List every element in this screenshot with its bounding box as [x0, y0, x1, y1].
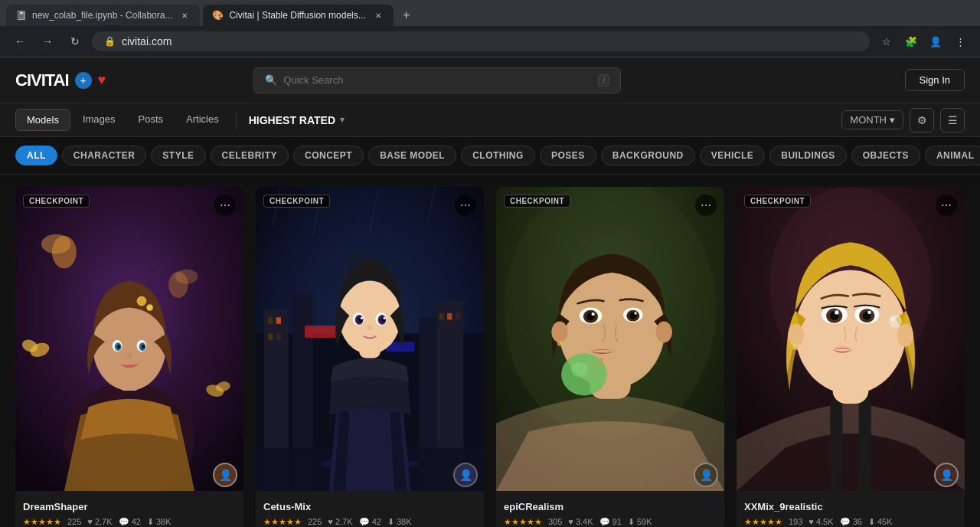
svg-rect-29 [268, 334, 273, 341]
filter-button[interactable]: ⚙ [910, 108, 934, 133]
card-cetus-mix[interactable]: CHECKPOINT ⋯ 👤 Cetus-Mix ★★★★★ 225 ♥ 2.7… [256, 187, 484, 527]
card-4-stats: ★★★★★ 193 ♥ 4.5K 💬 36 ⬇ 45K [744, 517, 957, 527]
search-bar[interactable]: 🔍 / [253, 67, 621, 93]
profile-button[interactable]: 👤 [925, 31, 946, 52]
card-2-rating-count: 225 [308, 517, 322, 526]
card-4-more[interactable]: ⋯ [936, 195, 957, 216]
header: CIVITAI + ♥ 🔍 / Sign In [0, 57, 980, 103]
nav-models[interactable]: Models [15, 109, 70, 131]
tab-bar: 📓 new_colab_file.ipynb - Collabora... ✕ … [0, 0, 980, 26]
filter-tag-objects[interactable]: OBJECTS [851, 146, 920, 165]
new-tab-button[interactable]: + [397, 5, 416, 25]
tab-1-close[interactable]: ✕ [178, 9, 191, 21]
svg-point-16 [127, 352, 132, 359]
filter-tag-character[interactable]: CHARACTER [62, 146, 147, 165]
svg-point-75 [795, 270, 906, 394]
filter-tag-style[interactable]: STYLE [151, 146, 205, 165]
card-1-more[interactable]: ⋯ [214, 195, 236, 216]
card-1-info: DreamShaper ★★★★★ 225 ♥ 2.7K 💬 42 ⬇ 38K [15, 493, 243, 527]
forward-button[interactable]: → [37, 31, 58, 52]
logo-area: CIVITAI + ♥ [15, 70, 106, 90]
nav-posts[interactable]: Posts [128, 109, 175, 131]
sort-chevron-icon: ▾ [340, 115, 345, 125]
card-3-info: epiCRealism ★★★★★ 305 ♥ 3.4K 💬 91 ⬇ 59K [496, 493, 724, 527]
filter-tag-animal[interactable]: ANIMAL [925, 146, 980, 165]
card-1-stars: ★★★★★ [23, 517, 61, 527]
logo-heart-icon[interactable]: ♥ [98, 72, 106, 88]
svg-rect-31 [439, 313, 443, 320]
svg-point-69 [571, 362, 587, 377]
browser-actions: ☆ 🧩 👤 ⋮ [876, 31, 971, 52]
card-4-rating-count: 193 [789, 517, 802, 526]
lock-icon: 🔒 [104, 36, 116, 47]
tab-1-title: new_colab_file.ipynb - Collabora... [32, 10, 172, 21]
address-bar[interactable]: 🔒 civitai.com [92, 31, 870, 51]
svg-rect-28 [276, 317, 281, 324]
sign-in-button[interactable]: Sign In [905, 69, 965, 91]
svg-point-58 [656, 322, 672, 343]
nav-images[interactable]: Images [72, 109, 126, 131]
period-button[interactable]: MONTH ▾ [841, 110, 903, 129]
svg-point-67 [634, 312, 636, 314]
filter-tag-clothing[interactable]: CLOTHING [461, 146, 535, 165]
card-1-rating-count: 225 [67, 517, 81, 526]
period-label: MONTH [850, 114, 887, 126]
filter-tag-celebrity[interactable]: CELEBRITY [211, 146, 289, 165]
filter-tag-buildings[interactable]: BUILDINGS [769, 146, 847, 165]
card-4-image [737, 187, 965, 491]
tab-2[interactable]: 🎨 Civitai | Stable Diffusion models... ✕ [203, 5, 393, 26]
view-button[interactable]: ☰ [940, 108, 965, 133]
filter-tag-all[interactable]: ALL [15, 146, 57, 165]
card-4-name: XXMix_9realistic [744, 501, 957, 512]
period-chevron-icon: ▾ [890, 114, 895, 126]
url-text: civitai.com [122, 35, 858, 47]
svg-point-47 [384, 317, 386, 319]
tab-2-favicon: 🎨 [212, 10, 223, 21]
tab-1[interactable]: 📓 new_colab_file.ipynb - Collabora... ✕ [6, 5, 200, 26]
filter-tag-vehicle[interactable]: VEHICLE [700, 146, 766, 165]
card-2-comments: 💬 42 [359, 517, 381, 527]
svg-point-86 [867, 311, 871, 314]
toolbar-divider [236, 111, 237, 129]
nav-articles[interactable]: Articles [175, 109, 230, 131]
svg-point-66 [592, 313, 595, 316]
card-dreamshaper[interactable]: CHECKPOINT ⋯ 👤 DreamShaper ★★★★★ 225 ♥ 2… [15, 187, 243, 527]
svg-point-15 [142, 345, 145, 349]
svg-point-4 [175, 269, 198, 283]
search-input[interactable] [283, 74, 592, 86]
filter-tag-concept[interactable]: CONCEPT [293, 146, 364, 165]
tab-2-close[interactable]: ✕ [372, 9, 384, 21]
card-2-likes: ♥ 2.7K [328, 517, 352, 526]
filter-tag-poses[interactable]: POSES [540, 146, 596, 165]
card-1-image [15, 187, 243, 491]
card-3-name: epiCRealism [504, 501, 717, 512]
svg-point-88 [890, 316, 895, 321]
card-2-more[interactable]: ⋯ [455, 195, 476, 216]
bookmark-button[interactable]: ☆ [876, 31, 897, 52]
card-1-badge: CHECKPOINT [23, 195, 90, 208]
svg-point-87 [889, 315, 902, 328]
card-2-stats: ★★★★★ 225 ♥ 2.7K 💬 42 ⬇ 38K [263, 517, 476, 527]
card-1-downloads: ⬇ 38K [147, 517, 172, 527]
filter-tag-background[interactable]: BACKGROUND [601, 146, 695, 165]
card-3-stars: ★★★★★ [504, 517, 542, 527]
card-4-likes: ♥ 4.5K [808, 517, 833, 526]
extensions-button[interactable]: 🧩 [900, 31, 922, 52]
search-kbd: / [598, 74, 609, 87]
card-3-comments: 💬 91 [599, 517, 622, 527]
back-button[interactable]: ← [9, 31, 31, 52]
filter-tag-base-model[interactable]: BASE MODEL [368, 146, 456, 165]
card-2-image [256, 187, 484, 491]
more-button[interactable]: ⋮ [949, 31, 971, 52]
card-3-more[interactable]: ⋯ [695, 195, 717, 216]
svg-point-85 [835, 310, 838, 314]
toolbar-right: MONTH ▾ ⚙ ☰ [841, 108, 965, 133]
sort-button[interactable]: HIGHEST RATED ▾ [243, 111, 351, 129]
reload-button[interactable]: ↻ [64, 31, 86, 52]
card-2-name: Cetus-Mix [263, 501, 476, 512]
logo-plus-icon[interactable]: + [75, 72, 92, 89]
card-xxmix[interactable]: CHECKPOINT ⋯ 👤 XXMix_9realistic ★★★★★ 19… [737, 187, 965, 527]
card-epicrealism[interactable]: CHECKPOINT ⋯ 👤 epiCRealism ★★★★★ 305 ♥ 3… [496, 187, 724, 527]
card-3-stats: ★★★★★ 305 ♥ 3.4K 💬 91 ⬇ 59K [504, 517, 717, 527]
card-4-stars: ★★★★★ [744, 517, 782, 527]
